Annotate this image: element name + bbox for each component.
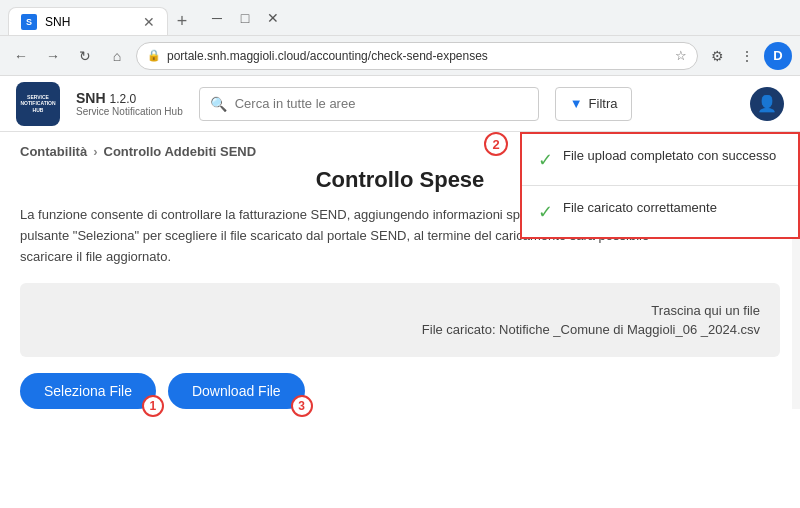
profile-button[interactable]: D: [764, 42, 792, 70]
app-header: SERVICENOTIFICATIONHUB SNH 1.2.0 Service…: [0, 76, 800, 132]
window-controls: ─ □ ✕: [204, 5, 286, 31]
check-icon-1: ✓: [538, 149, 553, 171]
upload-area[interactable]: Trascina qui un file File caricato: Noti…: [20, 283, 780, 357]
notification-item-1: ✓ File upload completato con successo: [522, 134, 798, 186]
upload-drag-hint: Trascina qui un file: [40, 303, 760, 318]
app-subtitle: Service Notification Hub: [76, 106, 183, 117]
header-profile-icon[interactable]: 👤: [750, 87, 784, 121]
tab-title: SNH: [45, 15, 70, 29]
active-tab[interactable]: S SNH ✕: [8, 7, 168, 35]
tab-favicon: S: [21, 14, 37, 30]
tab-close-button[interactable]: ✕: [143, 14, 155, 30]
extensions-button[interactable]: ⚙: [704, 43, 730, 69]
profile-icon: 👤: [757, 94, 777, 113]
minimize-button[interactable]: ─: [204, 5, 230, 31]
notifications-panel: 2 ✓ File upload completato con successo …: [520, 132, 800, 239]
forward-button[interactable]: →: [40, 43, 66, 69]
app-version: 1.2.0: [109, 92, 136, 106]
search-bar[interactable]: 🔍: [199, 87, 539, 121]
search-input[interactable]: [235, 96, 528, 111]
action-buttons: Seleziona File 1 Download File 3: [20, 373, 780, 409]
app-name: SNH 1.2.0: [76, 90, 183, 106]
search-icon: 🔍: [210, 96, 227, 112]
download-file-badge: 3: [291, 395, 313, 417]
back-button[interactable]: ←: [8, 43, 34, 69]
address-text: portale.snh.maggioli.cloud/accounting/ch…: [167, 49, 669, 63]
breadcrumb-current: Controllo Addebiti SEND: [104, 144, 257, 159]
reload-button[interactable]: ↻: [72, 43, 98, 69]
upload-file-name: File caricato: Notifiche _Comune di Magg…: [40, 322, 760, 337]
filter-button[interactable]: ▼ Filtra: [555, 87, 633, 121]
app-title-block: SNH 1.2.0 Service Notification Hub: [76, 90, 183, 117]
maximize-button[interactable]: □: [232, 5, 258, 31]
select-file-wrapper: Seleziona File 1: [20, 373, 156, 409]
new-tab-button[interactable]: +: [168, 7, 196, 35]
notifications-badge: 2: [484, 132, 508, 156]
browser-titlebar: S SNH ✕ + ─ □ ✕: [0, 0, 800, 36]
address-bar[interactable]: 🔒 portale.snh.maggioli.cloud/accounting/…: [136, 42, 698, 70]
main-content: Contabilità › Controllo Addebiti SEND Co…: [0, 132, 800, 409]
tab-bar: S SNH ✕ +: [8, 0, 196, 35]
notification-text-1: File upload completato con successo: [563, 148, 776, 163]
download-file-wrapper: Download File 3: [168, 373, 305, 409]
close-window-button[interactable]: ✕: [260, 5, 286, 31]
breadcrumb-separator: ›: [93, 144, 97, 159]
app-logo: SERVICENOTIFICATIONHUB: [16, 82, 60, 126]
toolbar-right: ⚙ ⋮ D: [704, 42, 792, 70]
filter-icon: ▼: [570, 96, 583, 111]
bookmark-icon: ☆: [675, 48, 687, 63]
logo-text: SERVICENOTIFICATIONHUB: [20, 94, 55, 114]
check-icon-2: ✓: [538, 201, 553, 223]
home-button[interactable]: ⌂: [104, 43, 130, 69]
select-file-button[interactable]: Seleziona File: [20, 373, 156, 409]
lock-icon: 🔒: [147, 49, 161, 62]
browser-toolbar: ← → ↻ ⌂ 🔒 portale.snh.maggioli.cloud/acc…: [0, 36, 800, 76]
notification-text-2: File caricato correttamente: [563, 200, 717, 215]
more-button[interactable]: ⋮: [734, 43, 760, 69]
app-wrapper: SERVICENOTIFICATIONHUB SNH 1.2.0 Service…: [0, 76, 800, 508]
download-file-button[interactable]: Download File: [168, 373, 305, 409]
breadcrumb-parent: Contabilità: [20, 144, 87, 159]
select-file-badge: 1: [142, 395, 164, 417]
notification-item-2: ✓ File caricato correttamente: [522, 186, 798, 237]
